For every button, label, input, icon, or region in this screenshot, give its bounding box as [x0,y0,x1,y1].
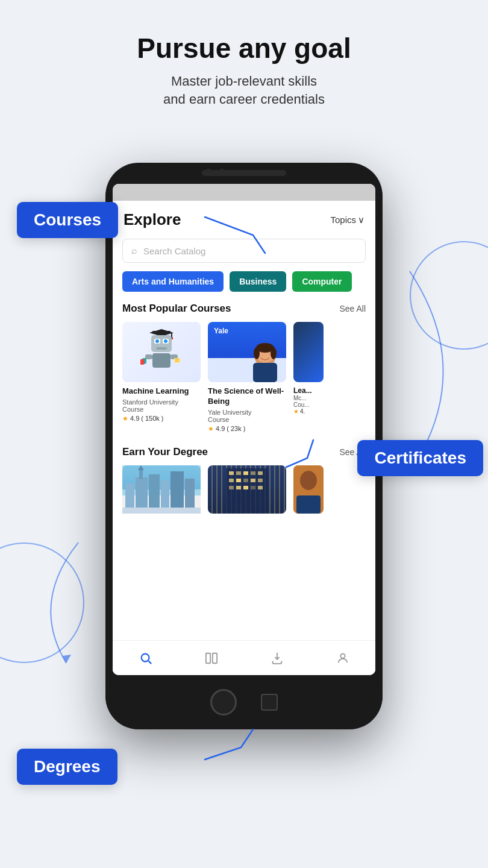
earn-degree-header: Earn Your Degree See All [113,444,375,465]
course-card-yale[interactable]: Yale [208,322,286,433]
svg-rect-56 [296,495,321,514]
svg-rect-51 [243,486,248,489]
building-windows [208,465,286,514]
search-icon: ⌕ [131,245,137,256]
profile-nav-icon [336,652,349,665]
degree-card-building[interactable] [208,465,286,514]
svg-point-25 [254,347,260,359]
svg-point-26 [271,347,277,359]
nav-download[interactable] [271,652,284,665]
svg-rect-22 [253,363,277,382]
third-course-title: Lea... [293,386,324,395]
chevron-icon: ∨ [358,215,364,225]
city-skyline [122,465,201,514]
svg-rect-60 [212,653,216,663]
svg-rect-12 [152,353,170,368]
svg-rect-49 [229,486,234,489]
course-card-ml[interactable]: Machine Learning Stanford University Cou… [122,322,201,433]
nav-courses[interactable] [205,652,218,665]
degree-card-third[interactable] [293,465,324,514]
degree-card-city[interactable] [122,465,201,514]
star-icon-3: ★ [293,408,299,415]
person-degree-image [293,465,324,514]
most-popular-see-all[interactable]: See All [339,304,366,313]
svg-rect-59 [205,653,210,663]
pill-computer[interactable]: Computer [292,271,351,292]
search-nav-icon [139,652,152,665]
svg-rect-43 [258,471,263,475]
course-cards-row: Machine Learning Stanford University Cou… [113,322,375,433]
svg-rect-33 [170,471,184,514]
phone-bottom-bar [105,675,383,729]
ml-course-title: Machine Learning [122,386,201,397]
phone-mockup: Explore Topics ∨ ⌕ Search Catalog Arts a… [105,163,383,729]
page-title: Pursue any goal [0,33,488,64]
svg-rect-38 [226,468,268,514]
person-illustration [247,340,283,382]
course-card-third[interactable]: Lea... Mc... Cou... ★4. [293,322,324,433]
svg-point-55 [300,471,317,490]
svg-rect-53 [258,486,263,489]
yale-course-title: The Science of Well-Being [208,386,286,407]
status-bar [113,184,375,201]
topics-button[interactable]: Topics ∨ [330,215,364,225]
phone-body: Explore Topics ∨ ⌕ Search Catalog Arts a… [105,163,383,729]
earn-degree-section: Earn Your Degree See All [113,444,375,514]
pill-arts[interactable]: Arts and Humanities [122,271,224,292]
page-header: Pursue any goal Master job-relevant skil… [0,0,488,127]
pill-business[interactable]: Business [230,271,286,292]
yale-university: Yale University [208,409,286,416]
ml-card-image [122,322,201,382]
page-subtitle: Master job-relevant skillsand earn caree… [0,72,488,110]
svg-rect-37 [122,508,201,514]
certificates-floating-label: Certificates [357,440,483,476]
yale-logo: Yale [214,327,228,335]
most-popular-title: Most Popular Courses [122,303,231,315]
nav-profile[interactable] [336,652,349,665]
svg-rect-46 [243,479,248,482]
earn-degree-title: Earn Your Degree [122,446,208,458]
most-popular-header: Most Popular Courses See All [113,300,375,322]
svg-point-57 [141,653,149,661]
svg-rect-50 [236,486,241,489]
svg-rect-48 [258,479,263,482]
svg-rect-11 [156,347,167,350]
svg-marker-1 [63,655,71,663]
yale-type: Course [208,416,286,423]
phone-screen: Explore Topics ∨ ⌕ Search Catalog Arts a… [113,184,375,675]
svg-rect-40 [236,471,241,475]
star-icon: ★ [122,415,128,423]
svg-rect-44 [229,479,234,482]
third-type: Cou... [293,401,324,408]
nav-search[interactable] [139,652,152,665]
degrees-floating-label: Degrees [17,749,117,785]
star-icon-2: ★ [208,425,214,433]
search-bar[interactable]: ⌕ Search Catalog [122,239,366,263]
svg-rect-20 [140,359,144,365]
back-button[interactable] [261,694,278,711]
svg-rect-39 [229,471,234,475]
svg-rect-42 [251,471,255,475]
svg-point-10 [164,339,167,343]
screen-content: Explore Topics ∨ ⌕ Search Catalog Arts a… [113,201,375,675]
yale-card-image: Yale [208,322,286,382]
bottom-nav [113,640,375,675]
ml-type: Course [122,406,201,413]
download-nav-icon [271,652,284,665]
building-image [208,465,286,514]
city-image [122,465,201,514]
search-placeholder-text: Search Catalog [143,246,205,256]
home-button[interactable] [210,689,237,715]
third-university: Mc... [293,395,324,401]
svg-point-61 [340,653,345,658]
yale-rating: ★ 4.9 (23k) [208,425,286,433]
svg-point-9 [155,339,159,343]
category-pills: Arts and Humanities Business Computer [113,271,375,300]
svg-rect-41 [243,471,248,475]
svg-rect-45 [236,479,241,482]
circle-decoration-left [0,542,84,663]
svg-line-58 [148,661,151,664]
degree-card-third-image [293,465,324,514]
courses-floating-label: Courses [17,202,118,238]
circle-decoration-right [410,241,488,350]
